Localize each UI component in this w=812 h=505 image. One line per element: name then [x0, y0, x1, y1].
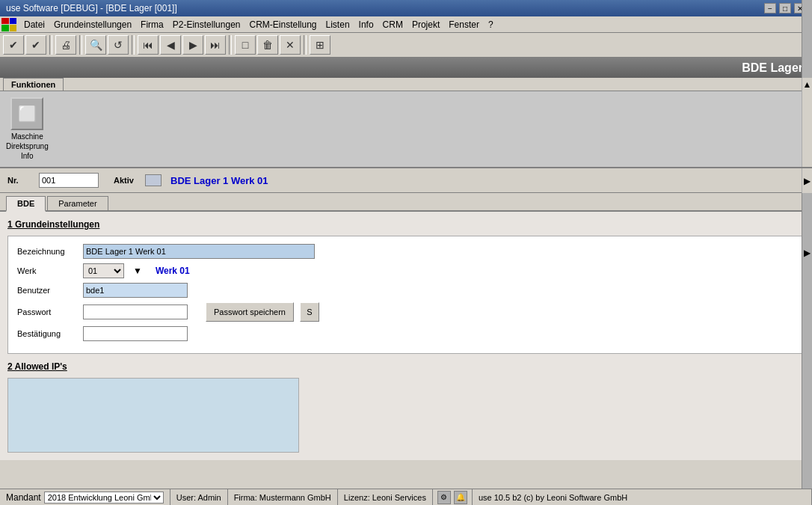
s-btn[interactable]: S: [300, 302, 319, 322]
werk-label: Werk: [17, 266, 77, 275]
toolbar-sep-4: [229, 35, 232, 55]
toolbar-check-btn[interactable]: ✔: [25, 35, 46, 55]
passwort-label: Passwort: [17, 307, 77, 316]
nr-aktiv-row: Nr. Aktiv BDE Lager 1 Werk 01: [0, 168, 812, 193]
toolbar: ✔ ✔ 🖨 🔍 ↺ ⏮ ◀ ▶ ⏭ □ 🗑 ✕ ⊞: [0, 33, 812, 58]
toolbar-search-btn[interactable]: 🔍: [85, 35, 106, 55]
bde-lager-title: BDE Lager 1 Werk 01: [170, 175, 268, 186]
title-bar: use Software [DEBUG] - [BDE Lager [001]]…: [0, 0, 812, 16]
status-user: User: Admin: [170, 489, 228, 505]
side-collapse-btn[interactable]: ▶: [802, 168, 812, 193]
menu-projekt[interactable]: Projekt: [407, 18, 444, 31]
app-title: BDE Lager: [742, 61, 803, 75]
password-save-btn[interactable]: Passwort speichern: [206, 302, 294, 322]
section1-title: 1 Grundeinstellungen: [7, 219, 805, 230]
menu-fenster[interactable]: Fenster: [444, 18, 484, 31]
bestatigung-row: Bestätigung: [17, 326, 795, 341]
maximize-btn[interactable]: □: [779, 3, 791, 13]
toolbar-last-btn[interactable]: ⏭: [205, 35, 226, 55]
toolbar-print-btn[interactable]: 🖨: [55, 35, 76, 55]
menu-firma[interactable]: Firma: [136, 18, 168, 31]
werk-row: Werk 01 ▼ Werk 01: [17, 263, 795, 278]
app-title-bar: BDE Lager ▶: [0, 58, 812, 78]
toolbar-sep-2: [79, 35, 82, 55]
toolbar-sep-5: [304, 35, 307, 55]
functions-collapse-btn[interactable]: ▲: [802, 78, 812, 167]
toolbar-cancel-btn[interactable]: ✕: [280, 35, 301, 55]
menu-crmeinstellung[interactable]: CRM-Einstellung: [245, 18, 322, 31]
toolbar-prev-btn[interactable]: ◀: [160, 35, 181, 55]
toolbar-delete-btn[interactable]: 🗑: [257, 35, 278, 55]
toolbar-next-btn[interactable]: ▶: [182, 35, 203, 55]
nr-input[interactable]: [39, 173, 99, 188]
functions-tab[interactable]: Funktionen: [3, 78, 64, 91]
tab-parameter[interactable]: Parameter: [47, 196, 108, 210]
toolbar-first-btn[interactable]: ⏮: [138, 35, 159, 55]
title-bar-controls[interactable]: − □ ✕: [764, 3, 806, 13]
status-icon-1: ⚙: [437, 491, 451, 504]
menu-datei[interactable]: Datei: [19, 18, 49, 31]
werk-name: Werk 01: [156, 266, 190, 276]
menu-grundeinstellungen[interactable]: Grundeinstellungen: [49, 18, 136, 31]
menu-listen[interactable]: Listen: [322, 18, 354, 31]
menu-help[interactable]: ?: [484, 18, 498, 31]
minimize-btn[interactable]: −: [764, 3, 776, 13]
tabs-row: BDE Parameter: [0, 193, 812, 212]
title-bar-text: use Software [DEBUG] - [BDE Lager [001]]: [6, 3, 177, 13]
status-lizenz: Lizenz: Leoni Services: [338, 489, 433, 505]
function-machine-label: MaschineDirektsprungInfo: [6, 132, 49, 161]
toolbar-save-btn[interactable]: ✔: [3, 35, 24, 55]
function-machine-btn[interactable]: ⬜ MaschineDirektsprungInfo: [6, 97, 49, 161]
tab-bde[interactable]: BDE: [6, 196, 46, 212]
benutzer-input[interactable]: [83, 283, 188, 298]
bezeichnung-input[interactable]: [83, 244, 315, 259]
benutzer-row: Benutzer: [17, 283, 795, 298]
mandant-select[interactable]: 2018 Entwicklung Leoni Gmbh: [44, 492, 164, 504]
bezeichnung-row: Bezeichnung: [17, 244, 795, 259]
functions-panel: Funktionen ⬜ MaschineDirektsprungInfo ▲: [0, 78, 812, 168]
passwort-row: Passwort Passwort speichern S: [17, 302, 795, 322]
aktiv-checkbox[interactable]: [145, 174, 162, 186]
machine-icon: ⬜: [10, 97, 43, 130]
status-firma: Firma: Mustermann GmbH: [228, 489, 338, 505]
section2-title: 2 Allowed IP's: [7, 361, 805, 372]
app-logo: [1, 18, 16, 31]
status-icons: ⚙ 🔔: [433, 491, 472, 504]
bestatigung-input[interactable]: [83, 326, 188, 341]
toolbar-sep-1: [49, 35, 52, 55]
menu-p2einstellungen[interactable]: P2-Einstellungen: [168, 18, 245, 31]
passwort-input[interactable]: [83, 304, 188, 319]
menu-crm[interactable]: CRM: [378, 18, 407, 31]
mandant-label: Mandant: [6, 492, 41, 503]
status-bar: Mandant 2018 Entwicklung Leoni Gmbh User…: [0, 489, 812, 505]
benutzer-label: Benutzer: [17, 286, 77, 295]
menu-info[interactable]: Info: [354, 18, 378, 31]
bezeichnung-label: Bezeichnung: [17, 247, 77, 256]
right-panel-collapse-btn[interactable]: ▶: [802, 0, 812, 505]
functions-content: ⬜ MaschineDirektsprungInfo: [0, 91, 812, 167]
menu-bar: Datei Grundeinstellungen Firma P2-Einste…: [0, 16, 812, 33]
form-area: 1 Grundeinstellungen Bezeichnung Werk 01…: [0, 212, 812, 460]
werk-select[interactable]: 01: [83, 263, 124, 278]
allowed-ips-area[interactable]: [7, 378, 299, 453]
nr-label: Nr.: [7, 176, 30, 185]
section1-form: Bezeichnung Werk 01 ▼ Werk 01 Benutzer P…: [7, 236, 805, 354]
status-mandant: Mandant 2018 Entwicklung Leoni Gmbh: [0, 489, 170, 505]
toolbar-sep-3: [132, 35, 135, 55]
bestatigung-label: Bestätigung: [17, 329, 77, 338]
toolbar-new-btn[interactable]: □: [235, 35, 256, 55]
toolbar-refresh-btn[interactable]: ↺: [108, 35, 129, 55]
status-icon-2: 🔔: [454, 491, 467, 504]
aktiv-label: Aktiv: [114, 176, 136, 185]
status-version: use 10.5 b2 (c) by Leoni Software GmbH: [472, 489, 812, 505]
toolbar-grid-btn[interactable]: ⊞: [310, 35, 330, 55]
